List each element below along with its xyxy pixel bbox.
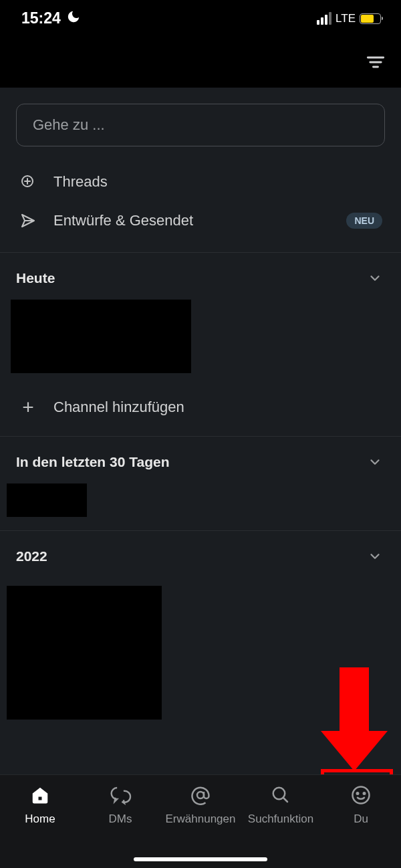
tab-search[interactable]: Suchfunktion [241,783,321,868]
network-label: LTE [336,12,356,25]
chevron-down-icon [368,549,382,564]
section-today-header[interactable]: Heute [0,253,401,300]
svg-point-6 [197,792,204,798]
channel-item-redacted[interactable] [7,483,87,517]
section-year-label: 2022 [16,548,47,564]
search-input[interactable]: Gehe zu ... [16,104,385,146]
add-channel-button[interactable]: + Channel hinzufügen [0,387,401,436]
tab-dms[interactable]: DMs [80,783,160,868]
svg-point-10 [357,792,359,794]
threads-icon [19,174,37,190]
add-channel-label: Channel hinzufügen [53,399,184,416]
section-last30-label: In den letzten 30 Tagen [16,454,169,470]
channel-item-redacted[interactable] [11,300,191,373]
search-placeholder: Gehe zu ... [33,116,105,134]
home-indicator [134,857,267,861]
at-icon [190,783,211,807]
bottom-nav: Home DMs Erwähnungen Suchfunktion Du [0,774,401,868]
section-today-label: Heute [16,270,55,286]
svg-point-9 [353,787,370,804]
filter-icon[interactable] [366,55,385,70]
tab-home[interactable]: Home [0,783,80,868]
section-year-header[interactable]: 2022 [0,531,401,578]
tab-you[interactable]: Du [321,783,401,868]
svg-line-8 [283,798,287,802]
nav-threads[interactable]: Threads [0,162,401,201]
tab-you-label: Du [354,812,368,826]
chevron-down-icon [368,271,382,286]
workspace-title-redacted[interactable] [11,44,291,80]
tab-mentions-label: Erwähnungen [166,812,236,826]
status-right: LTE [317,12,381,25]
status-bar: 15:24 LTE [0,0,401,37]
send-icon [19,213,37,229]
nav-drafts-label: Entwürfe & Gesendet [53,212,193,229]
content-area: Gehe zu ... Threads Entwürfe & Gesendet … [0,88,401,720]
battery-icon [360,13,381,24]
tab-mentions[interactable]: Erwähnungen [160,783,241,868]
moon-icon [66,9,81,28]
plus-icon: + [19,397,37,417]
svg-rect-5 [39,797,42,800]
nav-threads-label: Threads [53,173,108,191]
signal-icon [317,12,331,25]
search-icon [271,783,291,807]
home-icon [30,783,50,807]
top-bar [0,37,401,88]
status-time: 15:24 [21,9,61,27]
nav-drafts[interactable]: Entwürfe & Gesendet NEU [0,201,401,240]
tab-home-label: Home [25,812,55,826]
tab-search-label: Suchfunktion [248,812,313,826]
section-last30-header[interactable]: In den letzten 30 Tagen [0,437,401,483]
face-icon [351,783,371,807]
dms-icon [109,783,132,807]
status-left: 15:24 [21,9,81,28]
channel-item-redacted[interactable] [7,586,162,720]
svg-point-11 [364,792,366,794]
new-badge: NEU [346,213,382,229]
tab-dms-label: DMs [109,812,132,826]
chevron-down-icon [368,455,382,469]
